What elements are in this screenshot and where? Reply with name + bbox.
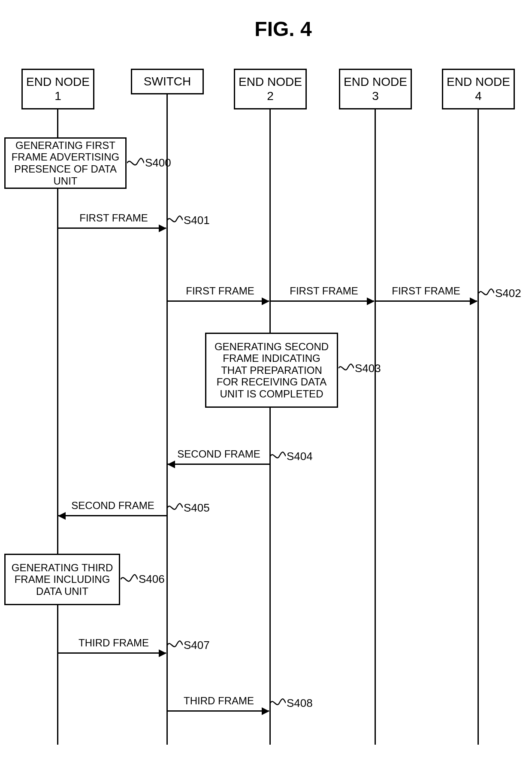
proc-s406: GENERATING THIRD FRAME INCLUDING DATA UN… (4, 554, 120, 605)
step-s401-label: S401 (184, 214, 210, 227)
msg-e1-sw-third: THIRD FRAME (69, 637, 159, 649)
node-end2-label: END NODE2 (239, 75, 302, 103)
connector-s405 (167, 502, 183, 513)
msg-e2-sw-second: SECOND FRAME (169, 448, 268, 460)
msg-sw-e1-second: SECOND FRAME (63, 500, 162, 512)
step-s407-label: S407 (184, 639, 210, 652)
node-end3: END NODE3 (339, 69, 412, 109)
node-end3-label: END NODE3 (344, 75, 407, 103)
step-s403-label: S403 (355, 362, 381, 375)
node-end1: END NODE1 (21, 69, 94, 109)
diagram-page: FIG. 4 END NODE1 SWITCH END NODE2 END NO… (0, 0, 532, 773)
arrow-sw-e4-first (376, 300, 477, 302)
node-end4: END NODE4 (442, 69, 515, 109)
arrow-sw-e2-first (167, 300, 269, 302)
lifeline-end1 (57, 109, 58, 745)
msg-sw-e2-third: THIRD FRAME (174, 695, 264, 707)
arrow-e1-sw-first (58, 227, 166, 229)
step-s402-label: S402 (495, 287, 521, 300)
step-s400-label: S400 (145, 156, 171, 170)
step-s406-label: S406 (139, 573, 165, 586)
msg-sw-e3-first: FIRST FRAME (283, 285, 365, 297)
connector-s401 (167, 215, 183, 226)
connector-s403 (339, 363, 354, 374)
arrow-sw-e1-second (58, 515, 166, 516)
node-switch-label: SWITCH (144, 75, 191, 88)
step-s405-label: S405 (184, 501, 210, 515)
msg-e1-sw-first: FIRST FRAME (71, 212, 157, 224)
connector-s407 (167, 640, 183, 651)
proc-s406-text: GENERATING THIRD FRAME INCLUDING DATA UN… (9, 562, 115, 597)
lifeline-end2 (269, 109, 271, 745)
arrow-sw-e3-first (270, 300, 374, 302)
figure-title: FIG. 4 (232, 17, 335, 41)
connector-s402 (479, 288, 494, 299)
arrow-sw-e2-third (167, 710, 269, 712)
node-switch: SWITCH (131, 69, 204, 94)
proc-s403-text: GENERATING SECOND FRAME INDICATING THAT … (210, 341, 333, 400)
msg-sw-e4-first: FIRST FRAME (385, 285, 467, 297)
connector-s404 (270, 451, 286, 462)
node-end4-label: END NODE4 (447, 75, 510, 103)
node-end2: END NODE2 (234, 69, 307, 109)
lifeline-end3 (375, 109, 376, 745)
node-end1-label: END NODE1 (26, 75, 90, 103)
proc-s403: GENERATING SECOND FRAME INDICATING THAT … (205, 333, 338, 408)
lifeline-end4 (478, 109, 479, 745)
arrow-e1-sw-third (58, 652, 166, 654)
step-s404-label: S404 (287, 450, 313, 463)
step-s408-label: S408 (287, 697, 313, 710)
proc-s400: GENERATING FIRST FRAME ADVERTISING PRESE… (4, 137, 127, 189)
arrow-e2-sw-second (168, 464, 269, 465)
connector-s408 (270, 697, 286, 709)
connector-s406 (121, 573, 138, 586)
msg-sw-e2-first: FIRST FRAME (179, 285, 261, 297)
proc-s400-text: GENERATING FIRST FRAME ADVERTISING PRESE… (9, 139, 122, 187)
connector-s400 (127, 157, 144, 170)
